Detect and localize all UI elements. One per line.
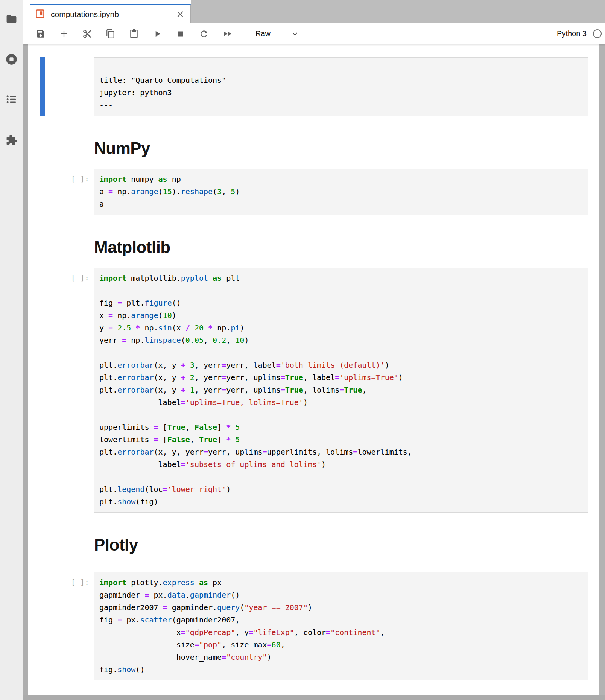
code-line: ---	[99, 99, 583, 111]
copy-cells-icon[interactable]	[106, 29, 116, 39]
code-line: hover_name="country")	[99, 651, 583, 663]
raw-cell: ---title: "Quarto Computations"jupyter: …	[28, 57, 599, 116]
markdown-heading[interactable]: Plotly	[94, 536, 599, 554]
code-cell: [ ]:import matplotlib.pyplot as plt fig …	[28, 268, 599, 513]
paste-cells-icon[interactable]	[129, 29, 139, 39]
code-line: ---	[99, 62, 583, 74]
add-cell-icon[interactable]	[59, 29, 69, 39]
cell-collapser[interactable]	[40, 572, 45, 680]
restart-kernel-icon[interactable]	[199, 29, 209, 39]
code-line: plt.errorbar(x, y + 3, yerr=yerr, label=…	[99, 359, 583, 371]
code-line: y = 2.5 * np.sin(x / 20 * np.pi)	[99, 322, 583, 334]
close-icon[interactable]	[175, 9, 185, 19]
code-line: label='uplims=True, lolims=True')	[99, 396, 583, 409]
code-line	[99, 347, 583, 359]
markdown-heading[interactable]: Matplotlib	[94, 238, 599, 256]
notebook-toolbar: Raw Python 3	[23, 23, 605, 44]
code-line: plt.legend(loc='lower right')	[99, 483, 583, 496]
cell-editor[interactable]: import matplotlib.pyplot as plt fig = pl…	[94, 268, 588, 513]
kernel-name[interactable]: Python 3	[557, 29, 587, 38]
code-line: plt.errorbar(x, y + 1, yerr=yerr, uplims…	[99, 384, 583, 396]
cell-type-dropdown[interactable]: Raw	[255, 29, 271, 38]
cell-editor[interactable]: import plotly.express as pxgapminder = p…	[94, 572, 588, 680]
code-line: fig = px.scatter(gapminder2007,	[99, 614, 583, 626]
code-line: fig = plt.figure()	[99, 297, 583, 309]
vertical-scrollbar	[599, 44, 605, 700]
code-line: x="gdpPercap", y="lifeExp", color="conti…	[99, 626, 583, 639]
tab-title: computations.ipynb	[51, 10, 119, 19]
tab-computations-ipynb[interactable]: computations.ipynb	[30, 4, 191, 23]
code-line: a = np.arange(15).reshape(3, 5)	[99, 186, 583, 198]
left-gutter	[23, 44, 28, 700]
cell-collapser[interactable]	[40, 57, 45, 116]
cell-collapser[interactable]	[40, 169, 45, 215]
code-line: a	[99, 198, 583, 210]
code-line: label='subsets of uplims and lolims')	[99, 458, 583, 471]
code-line: x = np.arange(10)	[99, 309, 583, 322]
code-line	[99, 471, 583, 483]
horizontal-scrollbar	[23, 695, 605, 700]
table-of-contents-icon[interactable]	[6, 93, 17, 105]
cell-prompt: [ ]:	[28, 572, 94, 680]
cell-prompt	[28, 57, 94, 116]
run-cell-icon[interactable]	[152, 29, 162, 39]
code-line: import plotly.express as px	[99, 577, 583, 589]
code-cell: [ ]:import numpy as npa = np.arange(15).…	[28, 169, 599, 215]
code-line: import numpy as np	[99, 173, 583, 186]
code-line: jupyter: python3	[99, 87, 583, 99]
code-line: yerr = np.linspace(0.05, 0.2, 10)	[99, 334, 583, 347]
code-line: plt.show(fig)	[99, 496, 583, 508]
code-line: plt.errorbar(x, y, yerr=yerr, uplims=upp…	[99, 446, 583, 458]
code-line: lowerlimits = [False, True] * 5	[99, 434, 583, 446]
cell-editor[interactable]: import numpy as npa = np.arange(15).resh…	[94, 169, 588, 215]
tab-bar-filler	[191, 0, 605, 23]
kernel-idle-circle-icon[interactable]	[593, 29, 602, 38]
code-line: upperlimits = [True, False] * 5	[99, 421, 583, 434]
cell-prompt: [ ]:	[28, 169, 94, 215]
code-line: size="pop", size_max=60,	[99, 639, 583, 651]
code-line: gapminder = px.data.gapminder()	[99, 589, 583, 601]
chevron-down-icon[interactable]	[292, 30, 298, 37]
cell-editor[interactable]: ---title: "Quarto Computations"jupyter: …	[94, 57, 588, 116]
code-line: import matplotlib.pyplot as plt	[99, 272, 583, 285]
save-icon[interactable]	[36, 29, 46, 39]
cut-cells-icon[interactable]	[82, 29, 92, 39]
code-cell: [ ]:import plotly.express as pxgapminder…	[28, 572, 599, 680]
run-all-icon[interactable]	[222, 29, 232, 39]
cell-collapser[interactable]	[40, 268, 45, 513]
code-line: fig.show()	[99, 663, 583, 676]
markdown-heading[interactable]: NumPy	[94, 139, 599, 157]
code-line: plt.errorbar(x, y + 2, yerr=yerr, uplims…	[99, 371, 583, 384]
notebook-file-icon	[36, 9, 44, 20]
code-line	[99, 409, 583, 421]
cell-prompt: [ ]:	[28, 268, 94, 513]
running-kernels-icon[interactable]	[6, 53, 17, 65]
notebook: ---title: "Quarto Computations"jupyter: …	[28, 44, 599, 695]
activity-sidebar	[0, 0, 23, 700]
code-line: title: "Quarto Computations"	[99, 74, 583, 87]
folder-icon[interactable]	[6, 13, 17, 25]
stop-kernel-icon[interactable]	[176, 29, 185, 39]
code-line: gapminder2007 = gapminder.query("year ==…	[99, 601, 583, 614]
extensions-icon[interactable]	[6, 134, 17, 146]
code-line	[99, 285, 583, 297]
